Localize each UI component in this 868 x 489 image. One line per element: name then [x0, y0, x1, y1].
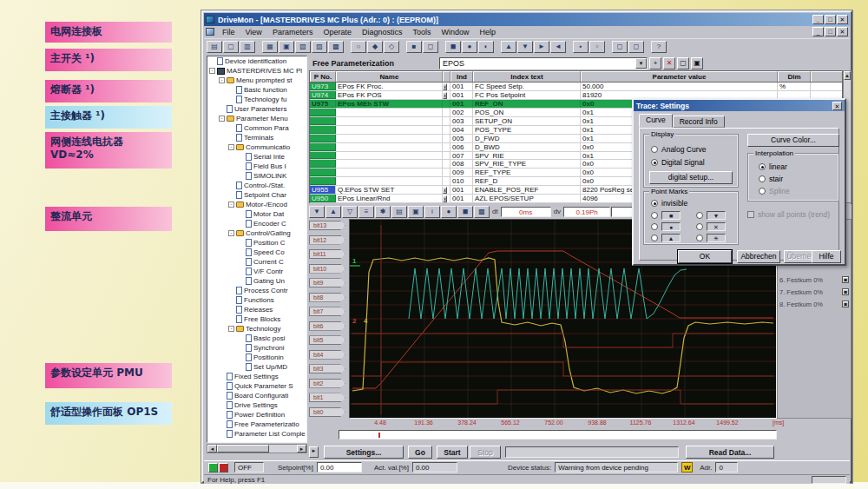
title-bar[interactable]: DriveMon - [MASTERDRIVES MC Plus (Adr.: …: [204, 13, 850, 26]
param-number-cell[interactable]: [310, 117, 336, 125]
menu-operate[interactable]: Operate: [318, 28, 357, 36]
param-name-cell[interactable]: EPos FK Proc.: [336, 83, 443, 90]
tree-item[interactable]: V/F Contr: [207, 267, 306, 276]
tree-item[interactable]: SIMOLINK: [207, 171, 306, 181]
param-name-cell[interactable]: [336, 117, 443, 125]
interp-radio-linear[interactable]: linear: [759, 162, 787, 171]
param-number-cell[interactable]: [310, 126, 336, 134]
close-icon[interactable]: ✕: [837, 27, 848, 36]
tree-item[interactable]: -Parameter Menu: [207, 114, 306, 123]
toolbar-button-icon[interactable]: ◻: [423, 41, 438, 53]
trace-toolbar-button-icon[interactable]: ▼: [309, 206, 325, 218]
toolbar-button-icon[interactable]: ▥: [240, 41, 255, 53]
toolbar-button-icon[interactable]: ◐: [478, 41, 494, 53]
interp-radio-spline[interactable]: Spline: [759, 187, 790, 195]
trace-toolbar-button-icon[interactable]: ≡: [358, 206, 374, 218]
toolbar-button-icon[interactable]: ▦: [262, 41, 278, 53]
toolbar-button-icon[interactable]: ▪: [573, 41, 589, 53]
tree-item[interactable]: Free Blocks: [207, 314, 306, 324]
bit-lane-tag[interactable]: bit8: [309, 293, 345, 302]
param-name-cell[interactable]: EPos MEh STW: [336, 100, 443, 108]
toolbar-button-icon[interactable]: ◄: [550, 41, 566, 53]
minimize-icon[interactable]: _: [812, 27, 824, 36]
trace-toolbar-button-icon[interactable]: ◼: [457, 206, 473, 218]
expand-value-button[interactable]: x: [443, 83, 447, 90]
tree-expander-icon[interactable]: -: [219, 116, 225, 122]
tree-item[interactable]: Control-/Stat.: [207, 181, 306, 190]
legend-item[interactable]: 6. Festkum 0%▣: [778, 274, 851, 286]
toolbar-button-icon[interactable]: ○: [351, 41, 366, 53]
tree-item[interactable]: Field Bus I: [207, 162, 306, 171]
point-mark-radio[interactable]: ✕: [696, 222, 726, 231]
toolbar-button-icon[interactable]: ▨: [312, 41, 327, 53]
param-number-cell[interactable]: [310, 135, 336, 142]
trace-toolbar-button-icon[interactable]: ✱: [375, 206, 391, 218]
tree-item[interactable]: -Technology: [207, 324, 306, 334]
tree-h-scrollbar[interactable]: ◄ ►: [207, 444, 307, 453]
menu-window[interactable]: Window: [436, 28, 474, 36]
bit-lane-tag[interactable]: bit7: [309, 307, 345, 316]
menu-parameters[interactable]: Parameters: [267, 28, 319, 36]
toolbar-button-icon[interactable]: ▣: [279, 41, 294, 53]
tree-expander-icon[interactable]: -: [228, 202, 234, 208]
start-button[interactable]: Start: [437, 446, 468, 459]
tree-item[interactable]: Technology fu: [207, 95, 306, 104]
trace-toolbar-button-icon[interactable]: ▣: [408, 206, 424, 218]
chevron-down-icon[interactable]: ▾: [635, 58, 647, 69]
tree-item[interactable]: Serial Inte: [207, 152, 306, 162]
hilfe-button[interactable]: Hilfe: [812, 250, 841, 263]
bit-lane-tag[interactable]: bit13: [309, 221, 345, 230]
tree-item[interactable]: Parameter List Comple: [207, 429, 306, 439]
legend-item[interactable]: 7. Festkum 0%▣: [778, 286, 851, 298]
bit-lane-tag[interactable]: bit0: [309, 407, 345, 417]
tree-item[interactable]: Basic posi: [207, 334, 306, 343]
tree-item[interactable]: Positionin: [207, 353, 306, 362]
param-number-cell[interactable]: U973: [310, 83, 336, 90]
tree-item[interactable]: Current C: [207, 257, 306, 267]
column-header[interactable]: [443, 71, 450, 82]
tree-item[interactable]: User Parameters: [207, 104, 306, 114]
dialog-title-bar[interactable]: Trace: Settings ✕: [634, 100, 845, 111]
point-mark-radio[interactable]: ✳: [696, 234, 726, 242]
close-icon[interactable]: ✕: [832, 102, 842, 110]
tree-item[interactable]: Position C: [207, 238, 306, 248]
param-name-cell[interactable]: [336, 152, 443, 160]
toolbar-button-icon[interactable]: ◼: [445, 41, 461, 53]
scroll-thumb[interactable]: [217, 445, 269, 453]
param-number-cell[interactable]: [310, 177, 336, 185]
tree-item[interactable]: -Communicatio: [207, 142, 306, 152]
bit-lane-tag[interactable]: bit6: [309, 321, 345, 331]
analog-curve-radio[interactable]: Analog Curve: [651, 145, 707, 154]
param-name-cell[interactable]: [336, 177, 443, 185]
toolbar-button-icon[interactable]: ◻: [628, 41, 644, 53]
bit-lane-tag[interactable]: bit5: [309, 335, 345, 345]
on-led-button[interactable]: [208, 463, 218, 472]
tree-item[interactable]: Terminals: [207, 133, 306, 142]
tree-item[interactable]: Quick Parameter S: [207, 381, 306, 391]
trace-h-scrollbar[interactable]: [339, 430, 777, 439]
parameter-set-combo[interactable]: EPOS ▾: [439, 57, 648, 69]
bit-lane-tag[interactable]: bit2: [309, 379, 345, 388]
checkbox-icon[interactable]: ▣: [842, 301, 849, 307]
checkbox-icon[interactable]: ▣: [842, 288, 849, 295]
toolbar-button-icon[interactable]: ▢: [223, 41, 239, 53]
tab-record-info[interactable]: Record Info: [673, 116, 725, 128]
tree-item[interactable]: Gating Un: [207, 276, 306, 286]
param-number-cell[interactable]: [310, 109, 336, 116]
scroll-up-icon[interactable]: ▲: [844, 71, 851, 80]
tree-item[interactable]: Free Parameterizatio: [207, 420, 306, 429]
close-icon[interactable]: ✕: [837, 15, 848, 24]
trace-toolbar-button-icon[interactable]: ▩: [474, 206, 490, 218]
toolbar-button-icon[interactable]: ▲: [501, 41, 516, 53]
settings-button[interactable]: Settings...: [324, 446, 404, 459]
go-button[interactable]: Go: [408, 446, 432, 459]
toolbar-button-icon[interactable]: ▩: [328, 41, 344, 53]
maximize-icon[interactable]: □: [825, 27, 836, 36]
param-name-cell[interactable]: [336, 169, 443, 176]
delete-parameter-button[interactable]: ✕: [663, 57, 675, 69]
param-number-cell[interactable]: [310, 152, 336, 160]
toolbar-button-icon[interactable]: ▧: [295, 41, 311, 53]
tree-item[interactable]: Speed Co: [207, 248, 306, 257]
legend-item[interactable]: 8. Festkum 0%▣: [778, 298, 851, 310]
param-number-cell[interactable]: [310, 160, 336, 168]
